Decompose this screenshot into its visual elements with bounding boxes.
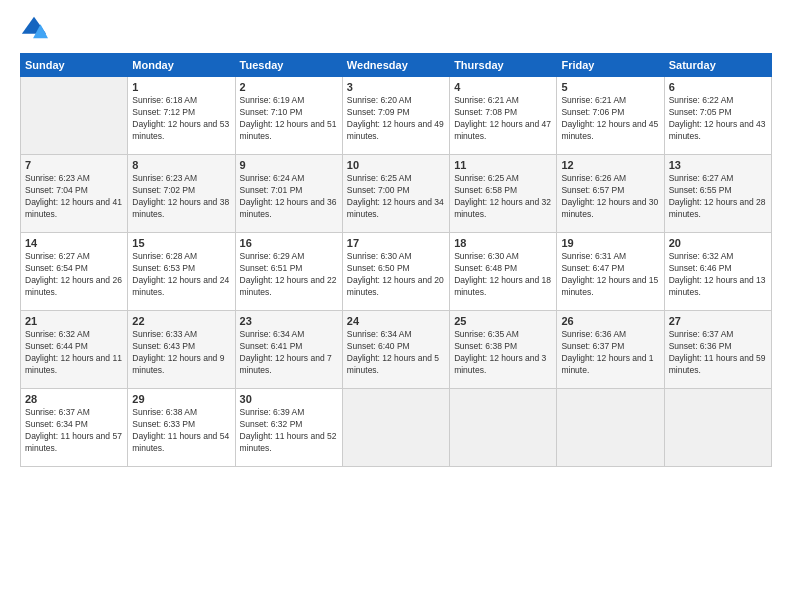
day-info: Sunrise: 6:24 AMSunset: 7:01 PMDaylight:… [240, 173, 338, 221]
day-info: Sunrise: 6:38 AMSunset: 6:33 PMDaylight:… [132, 407, 230, 455]
day-number: 27 [669, 315, 767, 327]
calendar-cell: 11Sunrise: 6:25 AMSunset: 6:58 PMDayligh… [450, 155, 557, 233]
weekday-header-thursday: Thursday [450, 54, 557, 77]
calendar-week-4: 21Sunrise: 6:32 AMSunset: 6:44 PMDayligh… [21, 311, 772, 389]
day-info: Sunrise: 6:31 AMSunset: 6:47 PMDaylight:… [561, 251, 659, 299]
day-info: Sunrise: 6:29 AMSunset: 6:51 PMDaylight:… [240, 251, 338, 299]
day-number: 19 [561, 237, 659, 249]
day-info: Sunrise: 6:23 AMSunset: 7:04 PMDaylight:… [25, 173, 123, 221]
day-info: Sunrise: 6:34 AMSunset: 6:40 PMDaylight:… [347, 329, 445, 377]
calendar-week-2: 7Sunrise: 6:23 AMSunset: 7:04 PMDaylight… [21, 155, 772, 233]
day-info: Sunrise: 6:26 AMSunset: 6:57 PMDaylight:… [561, 173, 659, 221]
day-info: Sunrise: 6:25 AMSunset: 7:00 PMDaylight:… [347, 173, 445, 221]
day-info: Sunrise: 6:32 AMSunset: 6:44 PMDaylight:… [25, 329, 123, 377]
header [20, 15, 772, 43]
calendar-cell: 14Sunrise: 6:27 AMSunset: 6:54 PMDayligh… [21, 233, 128, 311]
day-number: 6 [669, 81, 767, 93]
day-number: 13 [669, 159, 767, 171]
calendar-cell [342, 389, 449, 467]
day-info: Sunrise: 6:36 AMSunset: 6:37 PMDaylight:… [561, 329, 659, 377]
calendar-cell: 7Sunrise: 6:23 AMSunset: 7:04 PMDaylight… [21, 155, 128, 233]
day-number: 3 [347, 81, 445, 93]
calendar-cell: 10Sunrise: 6:25 AMSunset: 7:00 PMDayligh… [342, 155, 449, 233]
calendar-cell: 1Sunrise: 6:18 AMSunset: 7:12 PMDaylight… [128, 77, 235, 155]
day-info: Sunrise: 6:33 AMSunset: 6:43 PMDaylight:… [132, 329, 230, 377]
calendar-cell: 2Sunrise: 6:19 AMSunset: 7:10 PMDaylight… [235, 77, 342, 155]
day-number: 16 [240, 237, 338, 249]
day-number: 20 [669, 237, 767, 249]
day-info: Sunrise: 6:21 AMSunset: 7:08 PMDaylight:… [454, 95, 552, 143]
weekday-header-saturday: Saturday [664, 54, 771, 77]
weekday-header-row: SundayMondayTuesdayWednesdayThursdayFrid… [21, 54, 772, 77]
calendar-cell [21, 77, 128, 155]
calendar-cell: 22Sunrise: 6:33 AMSunset: 6:43 PMDayligh… [128, 311, 235, 389]
calendar-cell: 30Sunrise: 6:39 AMSunset: 6:32 PMDayligh… [235, 389, 342, 467]
calendar-cell: 6Sunrise: 6:22 AMSunset: 7:05 PMDaylight… [664, 77, 771, 155]
day-info: Sunrise: 6:20 AMSunset: 7:09 PMDaylight:… [347, 95, 445, 143]
day-info: Sunrise: 6:37 AMSunset: 6:34 PMDaylight:… [25, 407, 123, 455]
day-number: 8 [132, 159, 230, 171]
day-number: 4 [454, 81, 552, 93]
day-info: Sunrise: 6:30 AMSunset: 6:48 PMDaylight:… [454, 251, 552, 299]
calendar-cell: 24Sunrise: 6:34 AMSunset: 6:40 PMDayligh… [342, 311, 449, 389]
calendar-table: SundayMondayTuesdayWednesdayThursdayFrid… [20, 53, 772, 467]
day-info: Sunrise: 6:27 AMSunset: 6:55 PMDaylight:… [669, 173, 767, 221]
calendar-cell: 8Sunrise: 6:23 AMSunset: 7:02 PMDaylight… [128, 155, 235, 233]
day-number: 10 [347, 159, 445, 171]
day-info: Sunrise: 6:23 AMSunset: 7:02 PMDaylight:… [132, 173, 230, 221]
logo [20, 15, 50, 43]
day-number: 1 [132, 81, 230, 93]
calendar-cell: 19Sunrise: 6:31 AMSunset: 6:47 PMDayligh… [557, 233, 664, 311]
day-number: 22 [132, 315, 230, 327]
day-number: 9 [240, 159, 338, 171]
day-number: 28 [25, 393, 123, 405]
calendar-cell: 12Sunrise: 6:26 AMSunset: 6:57 PMDayligh… [557, 155, 664, 233]
day-info: Sunrise: 6:35 AMSunset: 6:38 PMDaylight:… [454, 329, 552, 377]
calendar-week-1: 1Sunrise: 6:18 AMSunset: 7:12 PMDaylight… [21, 77, 772, 155]
calendar-cell: 28Sunrise: 6:37 AMSunset: 6:34 PMDayligh… [21, 389, 128, 467]
weekday-header-sunday: Sunday [21, 54, 128, 77]
day-number: 21 [25, 315, 123, 327]
day-number: 2 [240, 81, 338, 93]
calendar-cell: 9Sunrise: 6:24 AMSunset: 7:01 PMDaylight… [235, 155, 342, 233]
day-info: Sunrise: 6:39 AMSunset: 6:32 PMDaylight:… [240, 407, 338, 455]
logo-icon [20, 15, 48, 43]
day-info: Sunrise: 6:37 AMSunset: 6:36 PMDaylight:… [669, 329, 767, 377]
weekday-header-monday: Monday [128, 54, 235, 77]
day-info: Sunrise: 6:18 AMSunset: 7:12 PMDaylight:… [132, 95, 230, 143]
calendar-cell: 4Sunrise: 6:21 AMSunset: 7:08 PMDaylight… [450, 77, 557, 155]
day-number: 15 [132, 237, 230, 249]
calendar-cell: 21Sunrise: 6:32 AMSunset: 6:44 PMDayligh… [21, 311, 128, 389]
calendar-cell: 25Sunrise: 6:35 AMSunset: 6:38 PMDayligh… [450, 311, 557, 389]
day-info: Sunrise: 6:19 AMSunset: 7:10 PMDaylight:… [240, 95, 338, 143]
calendar-week-3: 14Sunrise: 6:27 AMSunset: 6:54 PMDayligh… [21, 233, 772, 311]
calendar-cell [664, 389, 771, 467]
calendar-cell: 16Sunrise: 6:29 AMSunset: 6:51 PMDayligh… [235, 233, 342, 311]
day-info: Sunrise: 6:22 AMSunset: 7:05 PMDaylight:… [669, 95, 767, 143]
day-number: 24 [347, 315, 445, 327]
calendar-cell: 29Sunrise: 6:38 AMSunset: 6:33 PMDayligh… [128, 389, 235, 467]
weekday-header-wednesday: Wednesday [342, 54, 449, 77]
day-info: Sunrise: 6:25 AMSunset: 6:58 PMDaylight:… [454, 173, 552, 221]
day-info: Sunrise: 6:27 AMSunset: 6:54 PMDaylight:… [25, 251, 123, 299]
calendar-cell: 3Sunrise: 6:20 AMSunset: 7:09 PMDaylight… [342, 77, 449, 155]
calendar-cell: 15Sunrise: 6:28 AMSunset: 6:53 PMDayligh… [128, 233, 235, 311]
calendar-cell: 23Sunrise: 6:34 AMSunset: 6:41 PMDayligh… [235, 311, 342, 389]
day-number: 23 [240, 315, 338, 327]
day-info: Sunrise: 6:30 AMSunset: 6:50 PMDaylight:… [347, 251, 445, 299]
calendar-cell: 18Sunrise: 6:30 AMSunset: 6:48 PMDayligh… [450, 233, 557, 311]
calendar-cell: 13Sunrise: 6:27 AMSunset: 6:55 PMDayligh… [664, 155, 771, 233]
calendar-cell: 5Sunrise: 6:21 AMSunset: 7:06 PMDaylight… [557, 77, 664, 155]
weekday-header-friday: Friday [557, 54, 664, 77]
calendar-week-5: 28Sunrise: 6:37 AMSunset: 6:34 PMDayligh… [21, 389, 772, 467]
calendar-cell [450, 389, 557, 467]
day-number: 26 [561, 315, 659, 327]
day-number: 11 [454, 159, 552, 171]
day-number: 25 [454, 315, 552, 327]
day-number: 14 [25, 237, 123, 249]
day-number: 29 [132, 393, 230, 405]
calendar-cell: 20Sunrise: 6:32 AMSunset: 6:46 PMDayligh… [664, 233, 771, 311]
weekday-header-tuesday: Tuesday [235, 54, 342, 77]
calendar-cell: 17Sunrise: 6:30 AMSunset: 6:50 PMDayligh… [342, 233, 449, 311]
calendar-cell: 27Sunrise: 6:37 AMSunset: 6:36 PMDayligh… [664, 311, 771, 389]
